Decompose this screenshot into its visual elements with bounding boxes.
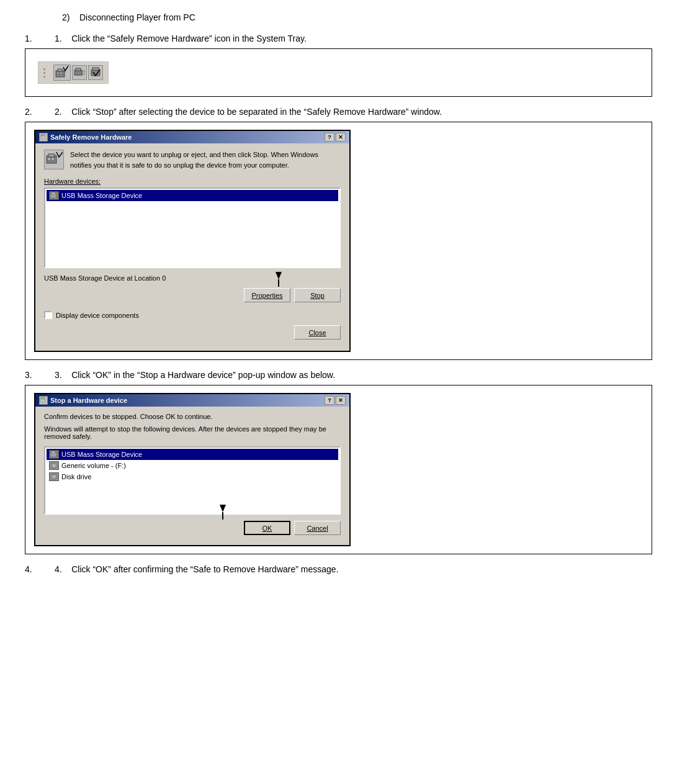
svg-point-24 [53, 476, 55, 478]
stop-device-icon-3 [49, 472, 59, 481]
device-status-text: USB Mass Storage Device at Location 0 [44, 274, 341, 282]
svg-rect-3 [60, 72, 62, 74]
confirm-text: Confirm devices to be stopped. Choose OK… [44, 413, 341, 420]
svg-rect-14 [52, 158, 54, 160]
svg-rect-13 [48, 158, 50, 160]
dialog-desc: Select the device you want to unplug or … [44, 150, 341, 170]
step4-number: 4. [25, 564, 50, 574]
close-label: lose [313, 329, 326, 336]
step2-number: 2. [25, 107, 50, 117]
properties-underline: P [251, 292, 256, 299]
cancel-button[interactable]: Cancel [294, 521, 341, 535]
stop-device-name-3: Disk drive [61, 473, 91, 480]
dialog-body: Select the device you want to unplug or … [35, 143, 349, 351]
section-header: 2) Disconnecting Player from PC [62, 12, 652, 22]
stop-dialog-titlebar: Stop a Hardware device ? ✕ [35, 394, 349, 407]
titlebar-left: Safely Remove Hardware [39, 133, 132, 142]
dialog-title: Safely Remove Hardware [50, 133, 132, 141]
hardware-devices-label: Hardware devices: [44, 178, 341, 185]
devices-listbox[interactable]: USB Mass Storage Device [44, 187, 341, 268]
svg-rect-8 [92, 68, 99, 70]
device-icon [49, 191, 59, 200]
step3-number: 3. [25, 370, 50, 380]
step1-number: 1. [25, 34, 50, 43]
svg-rect-6 [83, 71, 84, 74]
svg-point-22 [53, 465, 55, 467]
stop-dialog-body: Confirm devices to be stopped. Choose OK… [35, 407, 349, 545]
stop-devices-listbox[interactable]: USB Mass Storage Device Generic volume -… [44, 446, 341, 515]
stop-device-icon-2 [49, 461, 59, 470]
dialog-titlebar: Safely Remove Hardware ? ✕ [35, 131, 349, 143]
step2-text: 2. Click “Stop” after selecting the devi… [55, 107, 442, 117]
properties-label: roperties [256, 292, 283, 299]
device-list-item[interactable]: USB Mass Storage Device [47, 190, 338, 201]
step3-label-row: 3. 3. Click “OK” in the “Stop a Hardware… [25, 370, 652, 380]
step4-label-row: 4. 4. Click “OK” after confirming the “S… [25, 564, 652, 574]
help-button[interactable]: ? [325, 133, 334, 142]
device-name: USB Mass Storage Device [61, 192, 142, 199]
cancel-label: Cancel [307, 525, 328, 532]
step3-text: 3. Click “OK” in the “Stop a Hardware de… [55, 370, 335, 380]
display-checkbox[interactable] [44, 311, 52, 319]
step1-text: 1. Click the “Safely Remove Hardware” ic… [55, 34, 307, 43]
close-dialog-button[interactable]: Close [294, 325, 341, 340]
close-underline: C [308, 329, 313, 336]
svg-rect-12 [48, 154, 55, 157]
stop-titlebar-left: Stop a Hardware device [39, 396, 127, 405]
stop-device-item-3[interactable]: Disk drive [47, 471, 338, 482]
ok-arrow-indicator [213, 503, 232, 523]
stop-titlebar-buttons: ? ✕ [325, 396, 346, 405]
step2-label-row: 2. 2. Click “Stop” after selecting the d… [25, 107, 652, 117]
step4-text: 4. Click “OK” after confirming the “Safe… [55, 564, 339, 574]
stop-device-item-2[interactable]: Generic volume - (F:) [47, 460, 338, 471]
stop-button[interactable]: Stop [294, 288, 341, 302]
windows-attempt-text: Windows will attempt to stop the followi… [44, 425, 341, 440]
ok-label: OK [262, 525, 272, 532]
close-button[interactable]: ✕ [336, 133, 346, 142]
stop-device-item-1[interactable]: USB Mass Storage Device [47, 449, 338, 460]
stop-dialog-title: Stop a Hardware device [50, 397, 127, 404]
stop-device-name-1: USB Mass Storage Device [61, 451, 142, 458]
stop-close-button[interactable]: ✕ [336, 396, 346, 405]
stop-hardware-dialog: Stop a Hardware device ? ✕ Confirm devic… [34, 393, 351, 546]
stop-underline: S [310, 292, 315, 299]
svg-rect-5 [76, 68, 81, 71]
display-checkbox-label: Display device components [56, 312, 139, 319]
stop-device-name-2: Generic volume - (F:) [61, 462, 126, 469]
safely-remove-hardware-dialog: Safely Remove Hardware ? ✕ [34, 130, 351, 352]
safely-remove-hardware-image-box: Safely Remove Hardware ? ✕ [25, 122, 652, 360]
svg-rect-1 [58, 69, 63, 71]
systray-screenshot [33, 54, 644, 91]
svg-rect-18 [41, 397, 45, 399]
stop-label: top [315, 292, 325, 299]
systray-image-box [25, 48, 652, 97]
svg-rect-10 [41, 134, 45, 136]
stop-hardware-image-box: Stop a Hardware device ? ✕ Confirm devic… [25, 385, 652, 554]
dialog-desc-text: Select the device you want to unplug or … [70, 150, 341, 170]
svg-rect-16 [52, 192, 55, 194]
titlebar-app-icon [39, 133, 48, 142]
svg-rect-20 [52, 451, 55, 453]
ok-button[interactable]: OK [244, 521, 290, 535]
titlebar-buttons: ? ✕ [325, 133, 346, 142]
stop-help-button[interactable]: ? [325, 396, 334, 405]
step1-label: 1. 1. Click the “Safely Remove Hardware”… [25, 34, 652, 43]
stop-titlebar-app-icon [39, 396, 48, 405]
stop-device-icon-1 [49, 450, 59, 459]
display-checkbox-row: Display device components [44, 311, 341, 319]
stop-arrow-indicator [269, 271, 288, 291]
ok-cancel-buttons-row: OK Cancel [44, 521, 341, 535]
close-button-row: Close [44, 325, 341, 340]
svg-rect-2 [57, 72, 59, 74]
dialog-desc-icon [44, 150, 64, 169]
main-buttons-row: Properties Stop [44, 288, 341, 302]
